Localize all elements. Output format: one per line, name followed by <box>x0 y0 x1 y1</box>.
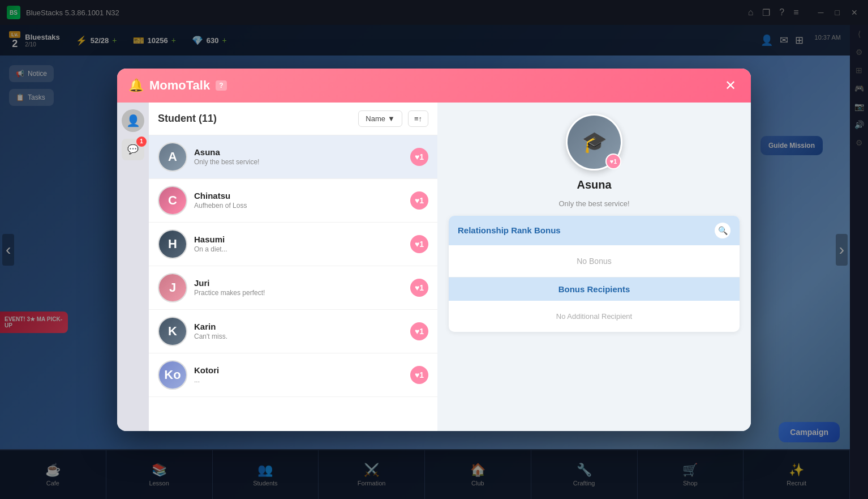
heart-badge-asuna: ♥1 <box>410 148 428 166</box>
student-name-juri: Juri <box>194 278 403 288</box>
student-avatar-asuna: A <box>158 142 187 172</box>
student-avatar-kotori: Ko <box>158 360 187 390</box>
modal-sidebar: 👤 💬 1 <box>117 103 149 431</box>
sort-name-label: Name <box>366 114 385 123</box>
student-item-juri[interactable]: J Juri Practice makes perfect! ♥1 <box>149 266 437 310</box>
relationship-rank-title: Relationship Rank Bonus <box>458 225 561 235</box>
modal-header: 🔔 MomoTalk ? ✕ <box>117 69 751 103</box>
avatar-placeholder: Ko <box>159 361 186 389</box>
avatar-placeholder: H <box>159 231 186 258</box>
student-info-juri: Juri Practice makes perfect! <box>194 278 403 297</box>
modal-help-button[interactable]: ? <box>216 80 226 91</box>
student-item-hasumi[interactable]: H Hasumi On a diet... ♥1 <box>149 223 437 266</box>
avatar-placeholder: C <box>159 187 186 214</box>
student-info-chinatsu: Chinatsu Aufheben of Loss <box>194 191 403 210</box>
modal-title: MomoTalk <box>149 78 210 93</box>
heart-badge-kotori: ♥1 <box>410 366 428 384</box>
student-desc-hasumi: On a diet... <box>194 245 403 253</box>
student-avatar-juri: J <box>158 273 187 302</box>
chat-icon: 💬 <box>127 144 139 155</box>
student-info-asuna: Asuna Only the best service! <box>194 147 403 166</box>
student-name-asuna: Asuna <box>194 147 403 157</box>
heart-icon: ♥1 <box>415 152 424 161</box>
detail-avatar-wrap: 🎓 ♥ 1 <box>566 114 622 170</box>
bonus-recipients-header: Bonus Recipients <box>449 277 740 301</box>
modal-body: 👤 💬 1 Student (11) Name ▼ ≡↑ <box>117 103 751 431</box>
student-list-header: Student (11) Name ▼ ≡↑ <box>149 103 437 135</box>
student-info-karin: Karin Can't miss. <box>194 322 403 340</box>
bonus-recipients-title: Bonus Recipients <box>458 284 731 294</box>
heart-icon: ♥1 <box>415 196 424 205</box>
student-list: A Asuna Only the best service! ♥1 C Chin… <box>149 135 437 431</box>
student-avatar-karin: K <box>158 317 187 346</box>
no-recipient-content: No Additional Recipient <box>449 301 740 332</box>
detail-panel: 🎓 ♥ 1 Asuna Only the best service! Relat… <box>437 103 751 431</box>
sort-chevron-icon: ▼ <box>388 114 395 123</box>
student-name-kotori: Kotori <box>194 365 403 375</box>
student-name-chinatsu: Chinatsu <box>194 191 403 201</box>
sort-name-button[interactable]: Name ▼ <box>358 110 402 127</box>
heart-icon: ♥1 <box>415 283 424 292</box>
avatar-placeholder: A <box>159 143 186 170</box>
relationship-search-button[interactable]: 🔍 <box>715 223 731 238</box>
student-item-chinatsu[interactable]: C Chinatsu Aufheben of Loss ♥1 <box>149 179 437 223</box>
modal-overlay: 🔔 MomoTalk ? ✕ 👤 💬 1 Student (11) Name <box>0 0 868 499</box>
student-desc-asuna: Only the best service! <box>194 158 403 166</box>
student-count: Student (11) <box>158 113 217 125</box>
heart-badge-karin: ♥1 <box>410 322 428 340</box>
heart-icon: ♥1 <box>415 240 424 249</box>
student-name-hasumi: Hasumi <box>194 234 403 244</box>
momotalk-title-icon: 🔔 <box>128 78 144 93</box>
chat-badge: 1 <box>136 137 147 147</box>
detail-heart-count: 1 <box>613 158 617 165</box>
relationship-rank-section: Relationship Rank Bonus 🔍 No Bonus Bonus… <box>449 216 740 332</box>
student-desc-chinatsu: Aufheben of Loss <box>194 202 403 210</box>
student-desc-karin: Can't miss. <box>194 332 403 340</box>
sidebar-profile-avatar[interactable]: 👤 <box>122 109 144 132</box>
relationship-rank-header: Relationship Rank Bonus 🔍 <box>449 216 740 245</box>
modal-close-button[interactable]: ✕ <box>721 76 740 95</box>
student-info-kotori: Kotori ... <box>194 365 403 384</box>
heart-icon: ♥1 <box>415 370 424 379</box>
student-item-karin[interactable]: K Karin Can't miss. ♥1 <box>149 310 437 353</box>
student-desc-kotori: ... <box>194 376 403 384</box>
student-avatar-chinatsu: C <box>158 186 187 215</box>
detail-heart-badge: ♥ 1 <box>605 153 621 169</box>
heart-icon: ♥1 <box>415 327 424 336</box>
heart-badge-juri: ♥1 <box>410 279 428 297</box>
student-list-panel: Student (11) Name ▼ ≡↑ A Asuna Only the … <box>149 103 437 431</box>
sidebar-chat-button[interactable]: 💬 1 <box>122 139 144 160</box>
no-bonus-content: No Bonus <box>449 245 740 277</box>
avatar-placeholder: K <box>159 318 186 345</box>
student-item-kotori[interactable]: Ko Kotori ... ♥1 <box>149 353 437 397</box>
avatar-placeholder: J <box>159 274 186 301</box>
detail-student-desc: Only the best service! <box>559 199 630 208</box>
detail-student-name: Asuna <box>577 178 611 191</box>
heart-badge-chinatsu: ♥1 <box>410 191 428 210</box>
momotalk-modal: 🔔 MomoTalk ? ✕ 👤 💬 1 Student (11) Name <box>117 69 751 431</box>
student-desc-juri: Practice makes perfect! <box>194 289 403 297</box>
heart-badge-hasumi: ♥1 <box>410 235 428 253</box>
sort-order-button[interactable]: ≡↑ <box>408 110 428 127</box>
student-item-asuna[interactable]: A Asuna Only the best service! ♥1 <box>149 135 437 179</box>
student-avatar-hasumi: H <box>158 229 187 259</box>
student-info-hasumi: Hasumi On a diet... <box>194 234 403 253</box>
student-name-karin: Karin <box>194 322 403 331</box>
